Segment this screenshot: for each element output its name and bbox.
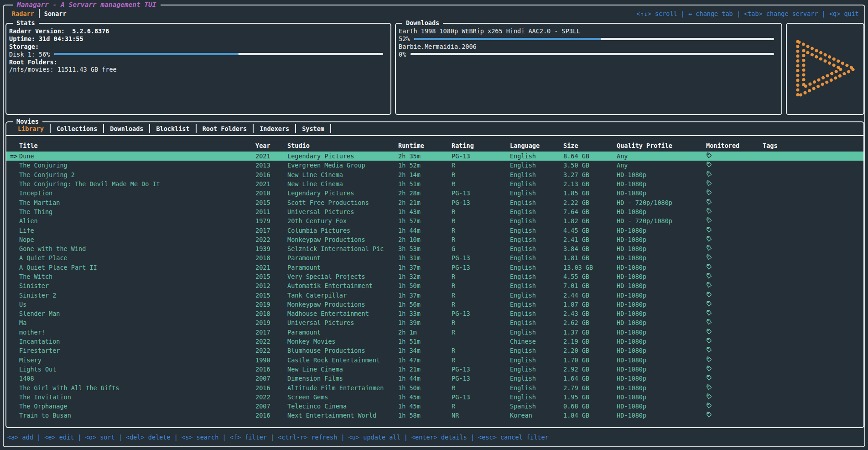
cell-language: English: [510, 189, 563, 197]
column-header-tags: Tags: [763, 142, 863, 149]
table-row[interactable]: mother!2017Paramount2h 1mREnglish1.37 GB…: [6, 328, 863, 337]
table-row[interactable]: Sinister 22015Tank Caterpillar1h 37mREng…: [6, 290, 863, 299]
tab-system[interactable]: System: [296, 125, 330, 132]
table-row[interactable]: Misery1990Castle Rock Entertainment1h 47…: [6, 356, 863, 365]
table-row[interactable]: Sinister2012Automatik Entertainment1h 50…: [6, 281, 863, 290]
cell-runtime: 2h 1m: [398, 329, 452, 336]
column-header-title: Title: [19, 142, 255, 149]
cell-year: 2022: [255, 393, 287, 401]
monitored-tag-icon: [706, 217, 712, 224]
cell-size: 2.43 GB: [563, 310, 617, 317]
keybind-help-top: <↑↓> scroll | ↔ change tab | <tab> chang…: [636, 10, 859, 17]
cell-year: 2012: [255, 282, 287, 289]
table-row[interactable]: Alien197920th Century Fox1h 57mREnglish1…: [6, 216, 863, 225]
monitored-tag-icon: [706, 152, 712, 159]
table-row[interactable]: The Conjuring2013Evergreen Media Group1h…: [6, 161, 863, 170]
table-header: TitleYearStudioRuntimeRatingLanguageSize…: [6, 140, 863, 152]
tab-blocklist[interactable]: Blocklist: [150, 125, 195, 132]
cell-runtime: 1h 50m: [398, 384, 452, 392]
table-row[interactable]: The Witch2015Very Special Projects1h 32m…: [6, 272, 863, 281]
table-row[interactable]: The Conjuring: The Devil Made Me Do It20…: [6, 179, 863, 188]
cell-language: English: [510, 301, 563, 308]
cell-monitored: [706, 347, 763, 354]
cell-size: 1.87 GB: [563, 301, 617, 308]
table-row[interactable]: Incantation2022Monkey Movies1h 51mChines…: [6, 337, 863, 346]
cell-rating: R: [452, 236, 510, 243]
cell-rating: PG-13: [452, 366, 510, 373]
table-row[interactable]: Life2017Columbia Pictures1h 44mREnglish4…: [6, 225, 863, 235]
table-row[interactable]: 14082007Dimension Films1h 44mPG-13Englis…: [6, 374, 863, 383]
cell-rating: R: [452, 384, 510, 392]
cell-monitored: [706, 282, 763, 289]
servarr-tab-sonarr[interactable]: Sonarr: [40, 10, 71, 17]
cell-quality: HD-1080p: [617, 412, 706, 419]
table-row[interactable]: The Thing2011Universal Pictures1h 43mREn…: [6, 207, 863, 216]
cell-size: 0.68 GB: [563, 403, 617, 410]
table-row[interactable]: Gone with the Wind1939Selznick Internati…: [6, 244, 863, 253]
cell-title: The Martian: [19, 199, 255, 206]
table-row[interactable]: The Conjuring 22016New Line Cinema2h 14m…: [6, 170, 863, 179]
cell-runtime: 2h 10m: [398, 236, 452, 243]
cell-studio: New Line Cinema: [287, 171, 398, 178]
monitored-tag-icon: [706, 282, 712, 288]
monitored-tag-icon: [706, 338, 712, 344]
tab-downloads[interactable]: Downloads: [104, 125, 149, 132]
cell-monitored: [706, 152, 763, 160]
tab-indexers[interactable]: Indexers: [254, 125, 295, 132]
cell-size: 2.13 GB: [563, 180, 617, 188]
table-row[interactable]: The Girl with All the Gifts2016Altitude …: [6, 383, 863, 392]
cell-language: English: [510, 171, 563, 178]
monitored-tag-icon: [706, 356, 712, 363]
table-row[interactable]: Firestarter2022Blumhouse Productions1h 3…: [6, 346, 863, 355]
cell-language: Chinese: [510, 338, 563, 345]
cell-year: 2022: [255, 347, 287, 354]
table-row[interactable]: A Quiet Place Part II2021Paramount1h 37m…: [6, 263, 863, 272]
cell-year: 2019: [255, 301, 287, 308]
cell-title: A Quiet Place Part II: [19, 264, 255, 271]
tab-collections[interactable]: Collections: [51, 125, 103, 132]
table-row[interactable]: The Orphanage2007Telecinco Cinema1h 45mR…: [6, 402, 863, 411]
cell-rating: PG-13: [452, 152, 510, 160]
table-row[interactable]: A Quiet Place2018Paramount1h 31mPG-13Eng…: [6, 253, 863, 262]
table-row[interactable]: =>Dune2021Legendary Pictures2h 35mPG-13E…: [6, 152, 863, 161]
cell-runtime: 2h 28m: [398, 189, 452, 197]
table-row[interactable]: Lights Out2016New Line Cinema1h 21mPG-13…: [6, 365, 863, 374]
cell-title: mother!: [19, 329, 255, 336]
cell-runtime: 1h 57m: [398, 217, 452, 225]
cell-language: English: [510, 217, 563, 225]
cell-monitored: [706, 236, 763, 243]
cell-size: 1.81 GB: [563, 254, 617, 262]
table-row[interactable]: Us2019Monkeypaw Productions1h 56mREnglis…: [6, 300, 863, 309]
table-row[interactable]: The Martian2015Scott Free Productions2h …: [6, 198, 863, 207]
table-row[interactable]: Inception2010Legendary Pictures2h 28mPG-…: [6, 188, 863, 198]
downloads-list: Earth 1998 1080p WEBRip x265 Hindi AAC2.…: [396, 24, 781, 58]
monitored-tag-icon: [706, 254, 712, 261]
cell-runtime: 1h 32m: [398, 273, 452, 280]
tab-library[interactable]: Library: [12, 125, 50, 132]
servarr-tabs: RadarrSonarr: [7, 9, 71, 19]
table-row[interactable]: The Invitation2022Screen Gems1h 45mPG-13…: [6, 392, 863, 402]
uptime-value: 31d 04:31:55: [39, 35, 83, 42]
cell-year: 2016: [255, 384, 287, 392]
cell-language: English: [510, 310, 563, 317]
cell-rating: R: [452, 403, 510, 410]
logo-panel: [786, 23, 864, 115]
cell-language: English: [510, 375, 563, 382]
table-row[interactable]: Train to Busan2016Next Entertainment Wor…: [6, 411, 863, 420]
cell-size: 2.41 GB: [563, 236, 617, 243]
cell-title: The Orphanage: [19, 403, 255, 410]
table-row[interactable]: Ma2019Universal Pictures1h 39mREnglish2.…: [6, 318, 863, 327]
cell-size: 1.70 GB: [563, 356, 617, 364]
cell-quality: HD - 720p/1080p: [617, 199, 706, 206]
cell-studio: Dimension Films: [287, 375, 398, 382]
tab-root-folders[interactable]: Root Folders: [197, 125, 253, 132]
servarr-tab-radarr[interactable]: Radarr: [7, 10, 39, 17]
table-row[interactable]: Slender Man2018Madhouse Entertainment1h …: [6, 309, 863, 318]
stats-version-line: Radarr Version: 5.2.6.8376: [9, 27, 385, 35]
cell-size: 1.95 GB: [563, 393, 617, 401]
cell-rating: R: [452, 329, 510, 336]
table-row[interactable]: Nope2022Monkeypaw Productions2h 10mREngl…: [6, 235, 863, 244]
cell-monitored: [706, 329, 763, 336]
cell-runtime: 3h 53m: [398, 245, 452, 252]
cell-studio: 20th Century Fox: [287, 217, 398, 225]
